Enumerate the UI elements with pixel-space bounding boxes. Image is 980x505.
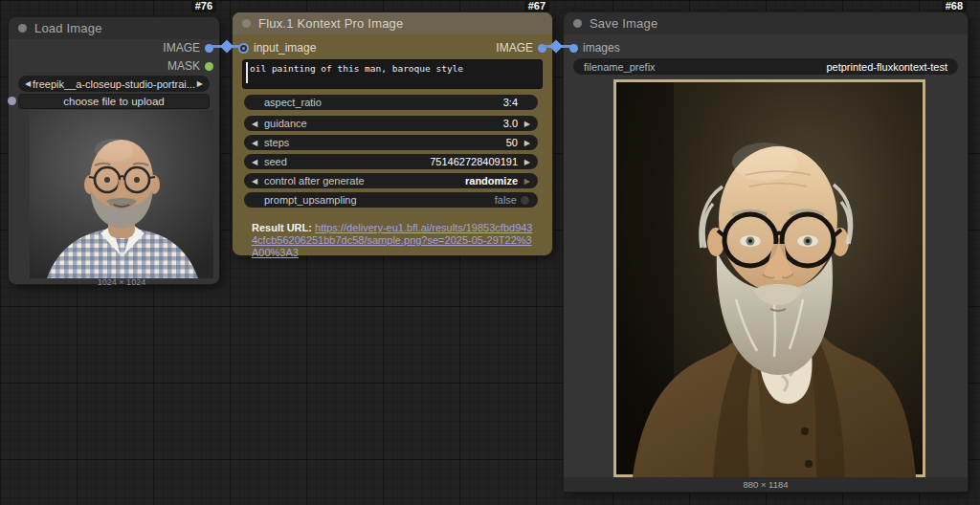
widget-aspect-ratio[interactable]: ◀ aspect_ratio 3:4 ▶	[244, 95, 538, 110]
load-image-node-header[interactable]: Load Image	[9, 17, 219, 39]
widget-control-after-generate[interactable]: ◀ control after generate randomize ▶	[244, 173, 538, 188]
output-slot-image[interactable]: IMAGE	[496, 41, 546, 55]
output-slot-mask[interactable]: MASK	[167, 59, 213, 73]
widget-seed[interactable]: ◀ seed 751462728409191 ▶	[244, 154, 538, 169]
image-size-caption: 880 × 1184	[743, 479, 788, 490]
image-size-caption-bar: 880 × 1184	[564, 477, 968, 492]
upload-widget-input-dot-icon[interactable]	[8, 97, 16, 105]
save-image-node-header[interactable]: Save Image	[564, 12, 968, 34]
image-filename-combo[interactable]: ◀ freepik__a-closeup-studio-portrai... ▶	[18, 76, 210, 92]
decrement-icon[interactable]: ◀	[252, 139, 261, 147]
prompt-text: oil painting of this man, baroque style	[250, 63, 463, 74]
flux-kontext-node[interactable]: Flux.1 Kontext Pro Image input_image IMA…	[232, 11, 553, 256]
widget-steps[interactable]: ◀ steps 50 ▶	[244, 135, 538, 150]
increment-icon[interactable]: ▶	[521, 139, 530, 147]
generated-painting-preview	[613, 79, 925, 477]
boolean-toggle-icon[interactable]	[520, 195, 530, 206]
load-image-preview-photo	[30, 110, 213, 278]
node-graph-canvas[interactable]: #76 Load Image IMAGE MASK ◀ freepik__a-c…	[0, 0, 980, 505]
prompt-textarea[interactable]: oil painting of this man, baroque style	[242, 59, 543, 89]
decrement-icon[interactable]: ◀	[252, 120, 261, 128]
text-caret	[246, 62, 248, 83]
input-dot-images-icon[interactable]	[569, 44, 578, 53]
input-dot-image-icon[interactable]	[238, 43, 249, 54]
widget-guidance[interactable]: ◀ guidance 3.0 ▶	[244, 116, 538, 131]
decrement-icon[interactable]: ◀	[252, 177, 261, 186]
input-slot-input-image[interactable]: input_image	[238, 41, 316, 55]
output-dot-mask-icon[interactable]	[205, 62, 213, 71]
widget-filename-prefix[interactable]: filename_prefix petprinted-fluxkontext-t…	[573, 58, 958, 75]
collapse-dot-icon[interactable]	[18, 24, 27, 33]
image-size-caption: 1024 × 1024	[30, 277, 213, 287]
input-slot-images[interactable]: images	[569, 41, 620, 55]
combo-next-icon[interactable]: ▶	[197, 79, 203, 88]
result-url-label: Result URL:	[252, 222, 312, 233]
node-id-badge-76: #76	[191, 0, 216, 12]
node-title: Flux.1 Kontext Pro Image	[258, 16, 403, 31]
collapse-dot-icon[interactable]	[573, 19, 582, 28]
increment-icon[interactable]: ▶	[521, 158, 530, 166]
node-title: Save Image	[590, 16, 657, 31]
result-url-block: Result URL: https://delivery-eu1.bfl.ai/…	[252, 222, 535, 259]
save-image-node[interactable]: Save Image images filename_prefix petpri…	[563, 11, 969, 493]
increment-icon[interactable]: ▶	[521, 120, 530, 128]
output-dot-image-icon[interactable]	[538, 44, 546, 53]
widget-prompt-upsampling[interactable]: ◀ prompt_upsampling false	[244, 192, 538, 208]
output-slot-image[interactable]: IMAGE	[163, 41, 213, 55]
flux-node-header[interactable]: Flux.1 Kontext Pro Image	[233, 12, 552, 34]
node-title: Load Image	[34, 21, 102, 35]
output-dot-image-icon[interactable]	[205, 44, 213, 53]
decrement-icon[interactable]: ◀	[252, 158, 261, 166]
combo-value: freepik__a-closeup-studio-portrai...	[31, 78, 197, 90]
collapse-dot-icon[interactable]	[242, 19, 251, 28]
increment-icon[interactable]: ▶	[521, 177, 530, 186]
load-image-node[interactable]: Load Image IMAGE MASK ◀ freepik__a-close…	[8, 16, 220, 285]
choose-file-button[interactable]: choose file to upload	[18, 94, 210, 109]
